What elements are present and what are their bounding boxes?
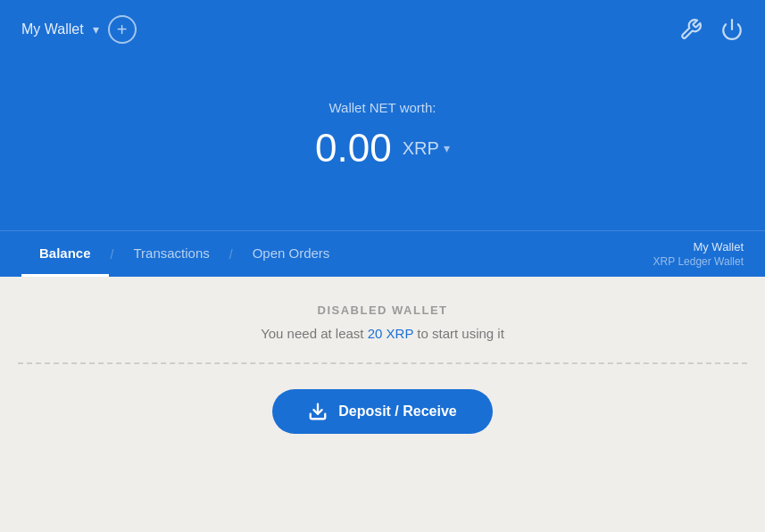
desc-highlight: 20 XRP bbox=[368, 326, 413, 341]
tab-open-orders[interactable]: Open Orders bbox=[235, 231, 348, 277]
tab-separator-2: / bbox=[228, 247, 235, 262]
deposit-button-label: Deposit / Receive bbox=[338, 403, 457, 420]
top-bar: My Wallet ▾ + bbox=[0, 0, 765, 58]
power-icon bbox=[720, 18, 744, 41]
net-worth-amount: 0.00 XRP ▾ bbox=[315, 126, 450, 170]
add-wallet-button[interactable]: + bbox=[108, 15, 137, 44]
add-icon: + bbox=[117, 21, 128, 38]
net-worth-label: Wallet NET worth: bbox=[328, 100, 436, 115]
dashed-divider bbox=[18, 362, 747, 364]
deposit-receive-button[interactable]: Deposit / Receive bbox=[272, 389, 493, 434]
wallet-info: My Wallet XRP Ledger Wallet bbox=[653, 240, 744, 268]
wallet-info-name: My Wallet bbox=[653, 240, 744, 254]
disabled-wallet-desc: You need at least 20 XRP to start using … bbox=[261, 326, 504, 341]
wallet-label: My Wallet bbox=[21, 21, 84, 37]
amount-value: 0.00 bbox=[315, 126, 392, 170]
top-bar-right bbox=[679, 18, 744, 41]
header: My Wallet ▾ + Wallet NET worth: 0. bbox=[0, 0, 765, 277]
tab-balance[interactable]: Balance bbox=[21, 231, 109, 277]
wallet-dropdown-chevron[interactable]: ▾ bbox=[93, 22, 99, 37]
wrench-button[interactable] bbox=[679, 18, 703, 41]
disabled-wallet-title: DISABLED WALLET bbox=[318, 303, 448, 317]
power-button[interactable] bbox=[720, 18, 744, 41]
download-icon bbox=[308, 402, 328, 421]
desc-pre: You need at least bbox=[261, 326, 368, 341]
currency-dropdown-chevron[interactable]: ▾ bbox=[444, 141, 450, 155]
tabs-left: Balance / Transactions / Open Orders bbox=[21, 231, 347, 277]
currency-code: XRP bbox=[403, 138, 439, 159]
wallet-info-type: XRP Ledger Wallet bbox=[653, 255, 744, 268]
main-content: DISABLED WALLET You need at least 20 XRP… bbox=[0, 277, 765, 532]
currency-label: XRP ▾ bbox=[403, 138, 450, 159]
tab-transactions[interactable]: Transactions bbox=[115, 231, 227, 277]
net-worth-section: Wallet NET worth: 0.00 XRP ▾ bbox=[0, 58, 765, 230]
tabs-section: Balance / Transactions / Open Orders My … bbox=[0, 230, 765, 277]
desc-post: to start using it bbox=[413, 326, 504, 341]
top-bar-left: My Wallet ▾ + bbox=[21, 15, 137, 44]
wrench-icon bbox=[679, 18, 703, 41]
tab-separator-1: / bbox=[109, 247, 116, 262]
